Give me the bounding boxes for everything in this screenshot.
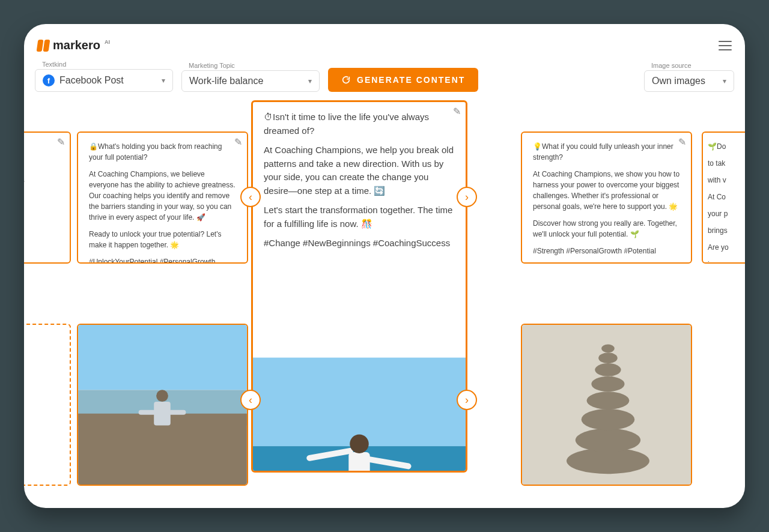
text-card-center[interactable]: ✎ ⏱Isn't it time to live the life you've… [251,100,467,473]
text-prev-button[interactable]: ‹ [240,187,261,207]
card-text: At Coaching Champions, we believe everyo… [89,169,236,223]
svg-point-18 [582,409,635,430]
image-prev-button[interactable]: ‹ [240,390,261,410]
text-card-left[interactable]: ✎ 🔒What's holding you back from reaching… [77,131,248,264]
text-card-farleft[interactable]: ✎ . n ns [24,131,71,264]
textkind-label: Textkind [35,61,173,68]
image-slot-left[interactable] [77,324,248,486]
image-slot-farleft[interactable] [24,324,71,486]
chevron-down-icon: ▾ [723,77,726,85]
svg-rect-13 [139,410,157,415]
pencil-icon[interactable]: ✎ [234,136,242,148]
topic-label: Marketing Topic [181,62,320,69]
logo-mark [37,40,49,52]
card-text: n [24,158,59,169]
svg-point-17 [576,428,640,452]
textkind-value: Facebook Post [59,75,124,86]
pencil-icon[interactable]: ✎ [678,136,686,148]
topic-value: Work-life balance [189,76,263,86]
topic-select[interactable]: Work-life balance ▾ [181,70,320,92]
card-text: to tak [708,158,745,169]
card-hashtags: #UnlockYourPotential #PersonalGrowth #Co… [89,256,236,264]
text-card-farright[interactable]: 🌱Do to tak with v At Co your p brings Ar… [702,131,745,264]
logo: markeroAI [37,38,110,52]
textkind-select[interactable]: f Facebook Post ▾ [35,69,173,92]
svg-point-21 [595,363,621,376]
topic-field: Marketing Topic Work-life balance ▾ [181,62,320,92]
svg-rect-8 [78,325,247,390]
facebook-icon: f [43,74,55,86]
topbar: markeroAI [35,38,734,57]
card-text: Are yo [708,242,745,253]
card-text: ns [24,175,59,186]
card-text: 🔒What's holding you back from reaching y… [89,141,236,163]
card-text: At Coaching Champions, we help you break… [264,144,455,198]
card-text: your p [708,208,745,219]
card-text: Discover how strong you really are. Toge… [533,218,680,240]
card-text: Let's start the transformation together.… [264,204,455,231]
card-text: journe [708,259,745,264]
chevron-down-icon: ▾ [162,76,165,85]
card-text: brings [708,225,745,236]
card-hashtags: #Strength #PersonalGrowth #Potential [533,246,680,256]
svg-point-23 [601,345,615,353]
svg-rect-14 [168,410,186,415]
svg-point-19 [586,391,629,410]
card-text: Ready to unlock your true potential? Let… [89,229,236,250]
pencil-icon[interactable]: ✎ [453,106,461,117]
menu-icon[interactable] [719,41,732,50]
text-next-button[interactable]: › [457,187,477,207]
svg-point-22 [598,352,618,363]
image-source-label: Image source [644,62,734,69]
image-next-button[interactable]: › [457,390,477,410]
svg-point-20 [591,376,624,392]
card-text: At Co [708,192,745,202]
card-hashtags: #Change #NewBeginnings #CoachingSuccess [264,237,455,250]
generate-button[interactable]: GENERATE CONTENT [328,68,478,92]
app-frame: markeroAI Textkind f Facebook Post ▾ Mar… [24,24,745,508]
card-text: with v [708,175,745,186]
image-source-select[interactable]: Own images ▾ [644,70,734,92]
chevron-down-icon: ▾ [308,77,312,85]
refresh-icon [341,75,351,85]
text-card-right[interactable]: ✎ 💡What if you could fully unleash your … [521,131,692,264]
image-slot-right[interactable] [521,324,692,486]
svg-rect-4 [348,452,369,473]
textkind-field: Textkind f Facebook Post ▾ [35,61,173,92]
card-text: At Coaching Champions, we show you how t… [533,169,680,212]
svg-rect-11 [154,402,171,425]
brand-suffix: AI [105,39,110,45]
brand-name: markero [53,38,100,52]
card-text: ⏱Isn't it time to live the life you've a… [264,110,455,138]
center-image [253,265,466,473]
content-carousel: ‹ › ‹ › ✎ . n ns ✎ 🔒What's holding you b… [35,103,734,475]
svg-point-7 [350,434,368,453]
pencil-icon[interactable]: ✎ [57,136,65,148]
image-source-value: Own images [652,76,705,86]
generate-label: GENERATE CONTENT [357,75,465,85]
svg-rect-0 [253,357,466,446]
toolbar: Textkind f Facebook Post ▾ Marketing Top… [35,57,734,103]
card-text: 🌱Do [708,141,745,152]
svg-point-12 [156,390,168,402]
card-text: . [24,141,59,152]
card-text: 💡What if you could fully unleash your in… [533,141,680,163]
image-source-field: Image source Own images ▾ [644,62,734,92]
